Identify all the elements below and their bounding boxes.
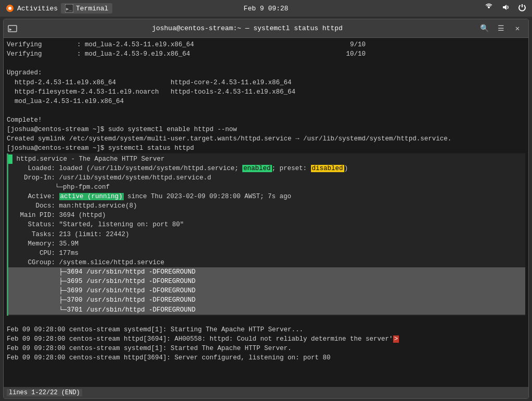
system-bar-datetime: Feb 9 09:28 — [244, 5, 289, 12]
svg-text:▶_: ▶_ — [66, 7, 72, 12]
output-line: Verifying : mod_lua-2.4.53-11.el9.x86_64… — [7, 40, 525, 49]
output-line: httpd-2.4.53-11.el9.x86_64 httpd-core-2.… — [7, 78, 525, 87]
bottom-bar: lines 1-22/22 (END) — [4, 387, 528, 398]
cgroup-line: ├─3699 /usr/sbin/httpd -DFOREGROUND — [8, 286, 525, 295]
line-info: lines 1-22/22 (END) — [7, 389, 82, 396]
output-line: Created symlink /etc/systemd/system/mult… — [7, 134, 525, 144]
output-line: Complete! — [7, 115, 525, 125]
terminal-titlebar: ▶ joshua@centos-stream:~ — systemctl sta… — [4, 19, 528, 38]
titlebar-actions: 🔍 ☰ ✕ — [477, 22, 524, 35]
status-line: CGroup: /system.slice/httpd.service — [8, 258, 525, 267]
status-line: Drop-In: /usr/lib/systemd/system/httpd.s… — [8, 173, 525, 183]
status-line: Loaded: loaded (/usr/lib/systemd/system/… — [8, 164, 525, 173]
terminal-tab-label: Terminal — [76, 5, 108, 12]
status-line: Main PID: 3694 (httpd) — [8, 211, 525, 220]
terminal-content[interactable]: Verifying : mod_lua-2.4.53-11.el9.x86_64… — [4, 38, 528, 387]
system-bar-left: Activities ▶_ Terminal — [5, 3, 112, 14]
cursor — [8, 154, 12, 164]
output-line: [joshua@centos-stream ~]$ systemctl stat… — [7, 144, 525, 153]
output-line: [joshua@centos-stream ~]$ sudo systemctl… — [7, 125, 525, 134]
output-line: Verifying : mod_lua-2.4.53-9.el9.x86_64 … — [7, 49, 525, 59]
svg-point-4 — [488, 6, 490, 8]
output-line: mod_lua-2.4.53-11.el9.x86_64 — [7, 97, 525, 106]
activities-label: Activities — [17, 5, 58, 12]
output-line: httpd-filesystem-2.4.53-11.el9.noarch ht… — [7, 87, 525, 97]
svg-marker-5 — [503, 5, 507, 10]
terminal-tab[interactable]: ▶_ Terminal — [61, 3, 112, 14]
status-line: Status: "Started, listening on: port 80" — [8, 220, 525, 229]
terminal-icon: ▶_ — [65, 4, 73, 12]
status-line: CPU: 177ms — [8, 249, 525, 258]
status-line: Memory: 35.9M — [8, 239, 525, 249]
system-bar-right — [484, 3, 527, 14]
enabled-badge: enabled — [242, 165, 272, 172]
disabled-badge: disabled — [311, 165, 344, 172]
cgroup-line: └─3701 /usr/sbin/httpd -DFOREGROUND — [8, 305, 525, 315]
volume-icon — [501, 3, 510, 14]
svg-point-1 — [8, 7, 11, 10]
gnome-icon — [5, 4, 15, 13]
overflow-indicator: > — [393, 335, 399, 343]
cgroup-line: ├─3695 /usr/sbin/httpd -DFOREGROUND — [8, 277, 525, 286]
cgroup-line: ├─3694 /usr/sbin/httpd -DFOREGROUND — [8, 267, 525, 277]
status-line: Docs: man:httpd.service(8) — [8, 201, 525, 211]
active-badge: active (running) — [59, 193, 124, 200]
cgroup-line: ├─3700 /usr/sbin/httpd -DFOREGROUND — [8, 295, 525, 305]
output-line: Feb 09 09:28:00 centos-stream httpd[3694… — [7, 353, 525, 363]
status-line: Active: active (running) since Thu 2023-… — [8, 192, 525, 201]
svg-text:▶: ▶ — [9, 27, 12, 32]
activities-button[interactable]: Activities — [5, 4, 58, 13]
titlebar-title: joshua@centos-stream:~ — systemctl statu… — [21, 24, 473, 32]
output-line — [7, 316, 525, 325]
status-line: └─php-fpm.conf — [8, 183, 525, 192]
output-line — [7, 59, 525, 68]
network-icon — [484, 3, 494, 14]
close-button[interactable]: ✕ — [511, 22, 524, 35]
output-line — [7, 106, 525, 115]
system-bar: Activities ▶_ Terminal Feb 9 09:28 — [0, 0, 532, 17]
terminal-window-icon: ▶ — [8, 24, 17, 33]
power-icon[interactable] — [517, 3, 527, 14]
status-line: Tasks: 213 (limit: 22442) — [8, 230, 525, 239]
output-line: Upgraded: — [7, 68, 525, 77]
menu-button[interactable]: ☰ — [494, 22, 508, 35]
terminal-window: ▶ joshua@centos-stream:~ — systemctl sta… — [3, 19, 529, 399]
search-button[interactable]: 🔍 — [477, 22, 491, 35]
output-line: Feb 09 09:28:00 centos-stream systemd[1]… — [7, 344, 525, 353]
output-line: Feb 09 09:28:00 centos-stream httpd[3694… — [7, 334, 525, 344]
status-block: httpd.service - The Apache HTTP Server L… — [7, 153, 525, 316]
status-line: httpd.service - The Apache HTTP Server — [8, 154, 525, 164]
output-line: Feb 09 09:28:00 centos-stream systemd[1]… — [7, 325, 525, 334]
